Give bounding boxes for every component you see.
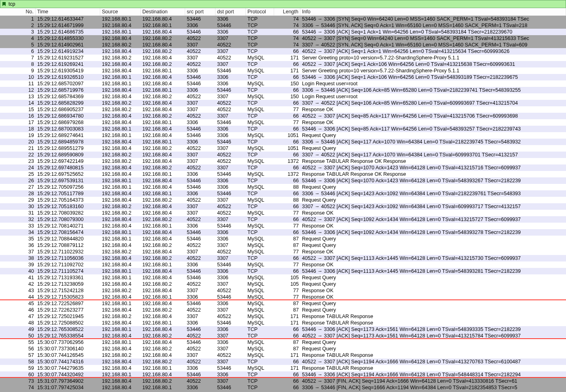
packet-list[interactable]: 115:29:12.614633447192.168.80.1192.168.8… (0, 16, 566, 392)
packet-row[interactable]: 115:29:12.614633447192.168.80.1192.168.8… (0, 16, 566, 22)
cell-time: 15:30:07.744279635 (36, 365, 100, 371)
packet-row[interactable]: 4315:29:12.715242128192.168.80.2192.168.… (0, 287, 566, 294)
packet-row[interactable]: 1415:29:12.685828299192.168.80.2192.168.… (0, 100, 566, 106)
cell-no: 7 (0, 55, 36, 61)
packet-row[interactable]: 5015:29:12.765338554192.168.80.4192.168.… (0, 333, 566, 339)
cell-proto: MySQL (246, 352, 274, 358)
packet-row[interactable]: 1715:29:12.686979268192.168.80.4192.168.… (0, 119, 566, 126)
cell-proto: TCP (246, 190, 274, 197)
cell-time: 15:29:12.715242128 (36, 287, 100, 294)
cell-len: 87 (274, 346, 300, 352)
packet-row[interactable]: 5615:30:07.737306140192.168.80.4192.168.… (0, 346, 566, 352)
packet-row[interactable]: 2015:29:12.689485978192.168.80.4192.168.… (0, 139, 566, 145)
packet-row[interactable]: 3815:29:12.711056036192.168.80.4192.168.… (0, 255, 566, 261)
packet-row[interactable]: 4815:29:12.725088502192.168.80.4192.168.… (0, 320, 566, 326)
packet-row[interactable]: 3115:29:12.708039282192.168.80.2192.168.… (0, 210, 566, 216)
cell-dst: 192.168.80.2 (141, 145, 185, 152)
packet-row[interactable]: 2315:29:12.697422149192.168.80.2192.168.… (0, 158, 566, 164)
packet-row[interactable]: 2915:29:12.705164373192.168.80.4192.168.… (0, 197, 566, 203)
packet-row[interactable]: 4115:29:12.713193361192.168.80.1192.168.… (0, 274, 566, 281)
packet-row[interactable]: 4715:29:12.725021945192.168.80.2192.168.… (0, 313, 566, 320)
packet-row[interactable]: 1915:29:12.689274641192.168.80.1192.168.… (0, 132, 566, 139)
cell-proto: TCP (246, 100, 274, 106)
packet-row[interactable]: 4515:29:12.722526897192.168.80.1192.168.… (0, 300, 566, 307)
cell-info: Response OK (300, 249, 566, 255)
cell-proto: MySQL (246, 145, 274, 152)
cell-info: 53446 → 3306 [SYN] Seq=0 Win=64240 Len=0… (300, 16, 566, 22)
cell-proto: TCP (246, 384, 274, 391)
packet-row[interactable]: 3515:29:12.708844820192.168.80.1192.168.… (0, 236, 566, 242)
packet-row[interactable]: 1215:29:12.685719976192.168.80.4192.168.… (0, 87, 566, 93)
packet-row[interactable]: 915:29:12.619305419192.168.80.4192.168.8… (0, 67, 566, 74)
packet-row[interactable]: 415:29:12.614855330192.168.80.4192.168.8… (0, 35, 566, 42)
packet-row[interactable]: 5815:30:07.744174316192.168.80.4192.168.… (0, 358, 566, 365)
packet-row[interactable]: 4915:29:12.765308522192.168.80.1192.168.… (0, 326, 566, 333)
cell-dst: 192.168.80.4 (141, 29, 185, 35)
cell-len: 1051 (274, 132, 300, 139)
packet-row[interactable]: 3015:29:12.705183160192.168.80.2192.168.… (0, 203, 566, 210)
cell-dport: 40522 (215, 55, 246, 61)
packet-row[interactable]: 1615:29:12.686934780192.168.80.4192.168.… (0, 113, 566, 119)
packet-row[interactable]: 5515:30:07.737062956192.168.80.1192.168.… (0, 339, 566, 346)
packet-row[interactable]: 1315:29:12.685784369192.168.80.4192.168.… (0, 93, 566, 100)
packet-row[interactable]: 1015:29:12.619326510192.168.80.1192.168.… (0, 74, 566, 80)
packet-row[interactable]: 5915:30:07.744279635192.168.80.4192.168.… (0, 365, 566, 371)
packet-row[interactable]: 3715:29:12.711022932192.168.80.2192.168.… (0, 249, 566, 255)
packet-row[interactable]: 3915:29:12.711092702192.168.80.4192.168.… (0, 261, 566, 268)
packet-row[interactable]: 2515:29:12.697525652192.168.80.4192.168.… (0, 171, 566, 177)
packet-row[interactable]: 2115:29:12.689551279192.168.80.4192.168.… (0, 145, 566, 152)
cell-no: 2 (0, 22, 36, 29)
cell-proto: TCP (246, 216, 274, 223)
packet-row[interactable]: 2815:29:12.705117789192.168.80.4192.168.… (0, 190, 566, 197)
packet-row[interactable]: 615:29:12.614919234192.168.80.4192.168.8… (0, 48, 566, 55)
packet-row[interactable]: 5715:30:07.744126545192.168.80.2192.168.… (0, 352, 566, 358)
packet-row[interactable]: 2615:29:12.697539131192.168.80.1192.168.… (0, 177, 566, 184)
packet-row[interactable]: 2215:29:12.689590809192.168.80.2192.168.… (0, 152, 566, 158)
cell-dst: 192.168.80.2 (141, 61, 185, 67)
packet-row[interactable]: 1815:29:12.687003083192.168.80.1192.168.… (0, 126, 566, 132)
packet-row[interactable]: 815:29:12.619269241192.168.80.4192.168.8… (0, 61, 566, 67)
packet-row[interactable]: 3315:29:12.708140271192.168.80.4192.168.… (0, 223, 566, 229)
col-time-header[interactable]: Time (36, 8, 100, 15)
packet-row[interactable]: 3215:29:12.708079300192.168.80.4192.168.… (0, 216, 566, 223)
cell-info: Response TABULAR Response OK Response (300, 171, 566, 177)
col-len-header[interactable]: Length (274, 8, 300, 15)
packet-row[interactable]: 7315:31:07.797364902192.168.80.4192.168.… (0, 378, 566, 384)
cell-no: 44 (0, 294, 36, 299)
cell-dst: 192.168.80.4 (141, 42, 185, 48)
cell-proto: MySQL (246, 197, 274, 203)
col-sport-header[interactable]: src port (185, 8, 215, 15)
col-dst-header[interactable]: Destination (141, 8, 185, 15)
cell-dport: 53446 (215, 384, 246, 391)
packet-row[interactable]: 4615:29:12.722623277192.168.80.4192.168.… (0, 307, 566, 313)
packet-row[interactable]: 3415:29:12.708156474192.168.80.1192.168.… (0, 229, 566, 236)
packet-row[interactable]: 7415:31:07.797425034192.168.80.4192.168.… (0, 384, 566, 391)
packet-row[interactable]: 1515:29:12.686905237192.168.80.2192.168.… (0, 106, 566, 113)
display-filter-input[interactable] (8, 1, 565, 7)
cell-src: 192.168.80.2 (100, 313, 141, 320)
packet-row[interactable]: 215:29:12.614671999192.168.80.4192.168.8… (0, 22, 566, 29)
packet-row[interactable]: 3615:29:12.708879112192.168.80.4192.168.… (0, 242, 566, 249)
filter-bar[interactable] (0, 0, 566, 8)
col-src-header[interactable]: Source (100, 8, 141, 15)
col-no-header[interactable]: No. (0, 8, 36, 15)
packet-row[interactable]: 4215:29:12.713238059192.168.80.4192.168.… (0, 281, 566, 287)
cell-sport: 3306 (185, 294, 215, 299)
packet-row[interactable]: 4015:29:12.711105274192.168.80.1192.168.… (0, 268, 566, 274)
cell-dport: 3306 (215, 371, 246, 377)
col-dport-header[interactable]: dst port (215, 8, 246, 15)
cell-len: 105 (274, 274, 300, 281)
packet-row[interactable]: 1115:29:12.685702097192.168.80.1192.168.… (0, 80, 566, 87)
packet-row[interactable]: 515:29:12.614902961192.168.80.2192.168.8… (0, 42, 566, 48)
column-headers[interactable]: No. Time Source Destination src port dst… (0, 8, 566, 16)
packet-row[interactable]: 715:29:12.619231527192.168.80.2192.168.8… (0, 55, 566, 61)
packet-row[interactable]: 2715:29:12.705097256192.168.80.1192.168.… (0, 184, 566, 190)
packet-row[interactable]: 6015:30:07.744320492192.168.80.1192.168.… (0, 371, 566, 378)
packet-row[interactable]: 315:29:12.614686735192.168.80.1192.168.8… (0, 29, 566, 35)
col-proto-header[interactable]: Protocol (246, 8, 274, 15)
cell-info: 3306 → 53446 [ACK] Seq=117 Ack=1070 Win=… (300, 139, 566, 145)
packet-row[interactable]: 4415:29:12.715305823192.168.80.4192.168.… (0, 294, 566, 300)
col-info-header[interactable]: Info (300, 8, 566, 15)
cell-dport: 3307 (215, 242, 246, 249)
packet-row[interactable]: 2415:29:12.697480815192.168.80.4192.168.… (0, 164, 566, 171)
